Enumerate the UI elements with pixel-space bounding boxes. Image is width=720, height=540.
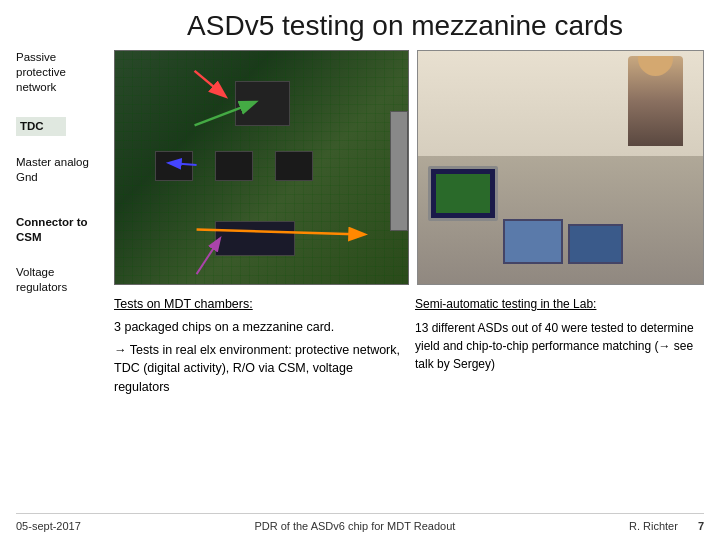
label-connector: Connector to CSM	[16, 215, 106, 245]
svg-line-1	[195, 103, 254, 126]
board-image	[114, 50, 409, 285]
tests-line1: 3 packaged chips on a mezzanine card.	[114, 318, 403, 337]
left-labels: Passive protective network TDC Master an…	[16, 50, 104, 509]
label-passive-network: Passive protective network	[16, 50, 106, 95]
right-text-area: Semi-automatic testing in the Lab: 13 di…	[415, 295, 704, 509]
label-master-analog-gnd: Master analog Gnd	[16, 155, 106, 185]
footer: 05-sept-2017 PDR of the ASDv6 chip for M…	[16, 513, 704, 532]
slide-title: ASDv5 testing on mezzanine cards	[16, 10, 704, 42]
lab-monitor	[428, 166, 498, 221]
lab-instrument-2	[568, 224, 623, 264]
bottom-text-area: Tests on MDT chambers: 3 packaged chips …	[114, 291, 704, 509]
lab-description: 13 different ASDs out of 40 were tested …	[415, 319, 704, 373]
svg-line-0	[195, 71, 225, 96]
person-silhouette	[628, 56, 683, 146]
svg-line-3	[197, 229, 364, 234]
tests-line2: → Tests in real elx environment: protect…	[114, 341, 403, 397]
images-row	[114, 50, 704, 285]
slide: ASDv5 testing on mezzanine cards Passive…	[0, 0, 720, 540]
footer-author: R. Richter	[629, 520, 678, 532]
svg-line-4	[197, 239, 220, 274]
main-content: Passive protective network TDC Master an…	[16, 50, 704, 509]
lab-heading: Semi-automatic testing in the Lab:	[415, 295, 704, 313]
label-voltage-reg: Voltage regulators	[16, 265, 106, 295]
tests-heading: Tests on MDT chambers:	[114, 295, 403, 314]
person-head	[638, 56, 673, 76]
label-tdc: TDC	[16, 117, 66, 136]
lab-instrument-1	[503, 219, 563, 264]
svg-line-2	[170, 163, 197, 165]
footer-date: 05-sept-2017	[16, 520, 81, 532]
footer-center: PDR of the ASDv6 chip for MDT Readout	[81, 520, 629, 532]
footer-page: 7	[698, 520, 704, 532]
lab-image	[417, 50, 704, 285]
center-area: Tests on MDT chambers: 3 packaged chips …	[114, 50, 704, 509]
lab-screen	[436, 174, 490, 213]
left-text-area: Tests on MDT chambers: 3 packaged chips …	[114, 295, 403, 509]
board-arrows	[115, 51, 408, 284]
